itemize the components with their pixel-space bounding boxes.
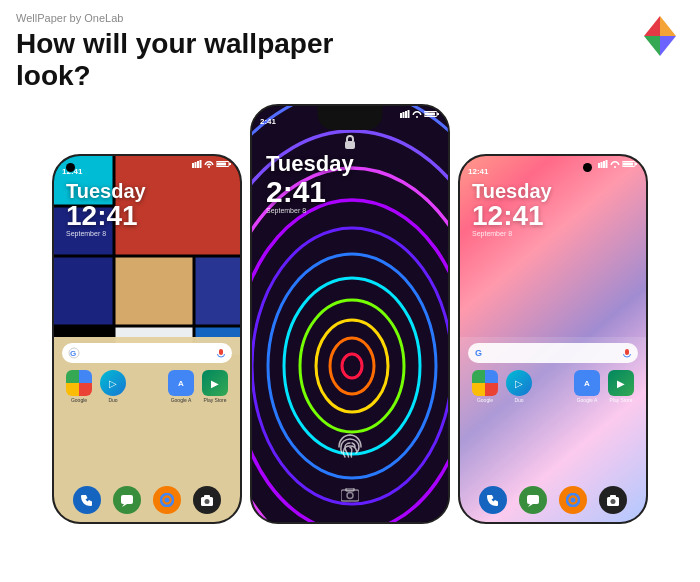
svg-text:G: G (70, 349, 76, 358)
svg-rect-67 (625, 349, 629, 355)
dock-chrome[interactable] (153, 486, 181, 514)
app-grid-row1: Google ▷ Duo A Google A ▶ (54, 367, 240, 406)
app-item-playstore[interactable]: ▶ Play Store (202, 370, 228, 403)
svg-rect-8 (194, 256, 240, 326)
status-time-right: 12:41 (468, 160, 488, 178)
status-time-center: 2:41 (260, 110, 276, 128)
svg-marker-2 (660, 36, 676, 56)
svg-marker-3 (644, 36, 660, 56)
lock-info-left: Tuesday 12:41 September 8 (66, 180, 146, 237)
svg-point-37 (316, 320, 388, 412)
svg-marker-1 (644, 16, 660, 36)
gradient-bg-right: 12:41 Tuesday 12:41 September 8 (460, 156, 646, 522)
phone-left-screen: G Google ▷ Duo (54, 156, 240, 522)
svg-rect-27 (192, 163, 194, 168)
svg-rect-64 (635, 163, 637, 165)
lock-icon-center (342, 134, 358, 154)
app-item-playstore-right[interactable]: ▶ Play Store (608, 370, 634, 403)
dock-left (54, 486, 240, 514)
notch-center (318, 106, 383, 130)
phones-container: G Google ▷ Duo (0, 104, 700, 524)
mic-icon (216, 348, 226, 358)
svg-marker-0 (660, 16, 676, 36)
svg-rect-20 (121, 495, 133, 504)
svg-rect-34 (217, 163, 226, 166)
dock-camera-right[interactable] (599, 486, 627, 514)
svg-rect-28 (195, 162, 197, 168)
dock-phone-right[interactable] (479, 486, 507, 514)
svg-rect-29 (197, 161, 199, 168)
dock-chrome-right[interactable] (559, 486, 587, 514)
dock-messages[interactable] (113, 486, 141, 514)
svg-rect-7 (114, 256, 194, 326)
mic-icon-right (622, 348, 632, 358)
svg-point-50 (416, 116, 418, 118)
search-bar-left[interactable]: G (62, 343, 232, 363)
svg-point-36 (330, 338, 374, 394)
svg-text:G: G (475, 348, 482, 358)
svg-rect-68 (527, 495, 539, 504)
phone-center: 2:41 Tuesday 2:41 September 8 (250, 104, 450, 524)
header: WellPaper by OneLab How will your wallpa… (0, 0, 700, 100)
svg-rect-54 (345, 141, 355, 149)
app-label: WellPaper by OneLab (16, 12, 684, 24)
concentric-bg: 2:41 Tuesday 2:41 September 8 (252, 106, 448, 522)
svg-rect-19 (219, 349, 223, 355)
app-item-duo-right[interactable]: ▷ Duo (506, 370, 532, 403)
svg-rect-53 (425, 113, 435, 116)
svg-point-73 (611, 499, 616, 504)
svg-point-71 (571, 498, 576, 503)
status-icons-right (598, 160, 638, 168)
svg-rect-52 (437, 113, 439, 115)
svg-rect-33 (229, 163, 231, 165)
dock-messages-right[interactable] (519, 486, 547, 514)
app-grid-row-right: Google ▷ Duo A Google A ▶ (460, 367, 646, 406)
svg-rect-47 (403, 112, 405, 118)
dock-phone[interactable] (73, 486, 101, 514)
svg-point-39 (284, 278, 420, 454)
svg-rect-46 (400, 113, 402, 118)
dock-camera[interactable] (193, 486, 221, 514)
svg-rect-26 (204, 495, 210, 498)
phone-right-screen: 12:41 Tuesday 12:41 September 8 (460, 156, 646, 522)
svg-point-23 (165, 498, 170, 503)
svg-rect-65 (623, 163, 633, 166)
status-icons-left (192, 160, 232, 168)
app-logo (636, 12, 684, 60)
svg-point-35 (342, 354, 362, 378)
app-item-googlea[interactable]: A Google A (168, 370, 194, 403)
svg-marker-69 (528, 504, 533, 507)
svg-rect-74 (610, 495, 616, 498)
status-icons-center (400, 110, 440, 118)
svg-point-56 (347, 493, 353, 499)
svg-point-62 (614, 166, 616, 168)
svg-rect-30 (200, 160, 202, 168)
svg-point-25 (205, 499, 210, 504)
svg-rect-49 (408, 110, 410, 118)
phone-right: 12:41 Tuesday 12:41 September 8 (458, 154, 648, 524)
app-item-google[interactable]: Google (66, 370, 92, 403)
svg-marker-21 (122, 504, 127, 507)
camera-bottom-center (341, 488, 359, 506)
app-item-duo[interactable]: ▷ Duo (100, 370, 126, 403)
search-bar-right[interactable]: G (468, 343, 638, 363)
dock-right (460, 486, 646, 514)
phone-left: G Google ▷ Duo (52, 154, 242, 524)
main-title: How will your wallpaper look? (16, 28, 684, 92)
lock-info-right: Tuesday 12:41 September 8 (472, 180, 552, 237)
punch-hole-right (583, 163, 592, 172)
svg-rect-59 (601, 162, 603, 168)
svg-point-31 (208, 166, 210, 168)
app-item-googlea-right[interactable]: A Google A (574, 370, 600, 403)
app-item-google-right[interactable]: Google (472, 370, 498, 403)
phone-center-screen: 2:41 Tuesday 2:41 September 8 (252, 106, 448, 522)
svg-rect-58 (598, 163, 600, 168)
svg-rect-60 (603, 161, 605, 168)
home-screen-right: G Google ▷ Duo (460, 337, 646, 522)
fingerprint-icon (334, 431, 366, 467)
svg-rect-48 (405, 111, 407, 118)
lock-info-center: Tuesday 2:41 September 8 (266, 152, 354, 213)
svg-rect-61 (606, 160, 608, 168)
